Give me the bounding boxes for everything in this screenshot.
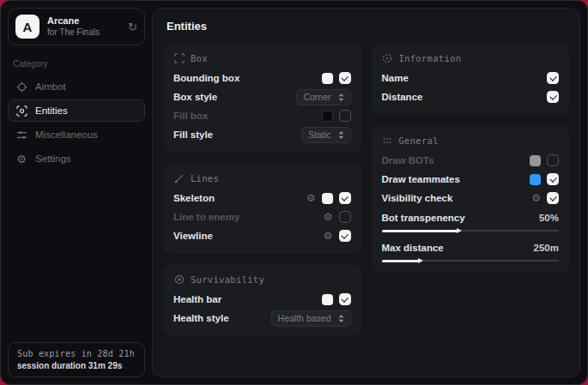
box-style-dropdown[interactable]: Corner bbox=[296, 89, 350, 105]
setting-row-bounding-box: Bounding box bbox=[173, 69, 351, 87]
setting-label: Visibility check bbox=[382, 193, 453, 203]
slider-handle[interactable] bbox=[457, 228, 462, 233]
sidebar-item-settings[interactable]: ⚙ Settings bbox=[8, 147, 145, 170]
checkbox-checked[interactable] bbox=[547, 72, 559, 84]
checkbox-checked[interactable] bbox=[339, 293, 351, 305]
color-swatch[interactable] bbox=[322, 294, 333, 305]
gear-icon[interactable]: ⚙ bbox=[324, 212, 333, 222]
gear-icon[interactable]: ⚙ bbox=[324, 231, 333, 241]
app-name: Arcane bbox=[47, 15, 100, 27]
sub-expiry-text: Sub expires in 28d 21h bbox=[17, 349, 136, 358]
fill-style-dropdown[interactable]: Static bbox=[301, 127, 350, 143]
setting-row-skeleton: Skeleton ⚙ bbox=[173, 189, 351, 208]
gear-icon[interactable]: ⚙ bbox=[306, 193, 316, 203]
setting-label: Bounding box bbox=[173, 73, 239, 83]
app-subtitle: for The Finals bbox=[47, 27, 100, 38]
app-window: A Arcane for The Finals ↻ Category Aimbo… bbox=[0, 0, 588, 385]
session-duration-text: session duration 31m 29s bbox=[17, 361, 136, 370]
setting-row-viewline: Viewline ⚙ bbox=[173, 226, 351, 245]
color-swatch[interactable] bbox=[530, 155, 541, 166]
sidebar: A Arcane for The Finals ↻ Category Aimbo… bbox=[1, 1, 152, 384]
setting-label: Name bbox=[382, 73, 409, 83]
color-swatch[interactable] bbox=[322, 193, 333, 204]
card-title: Information bbox=[399, 53, 462, 63]
slider-value: 50% bbox=[539, 213, 559, 223]
setting-label: Bot transpenency bbox=[382, 213, 465, 223]
page-title: Entities bbox=[153, 9, 579, 41]
chevron-updown-icon bbox=[338, 131, 344, 139]
information-card: Information Name Distance bbox=[372, 43, 570, 115]
card-title: Box bbox=[191, 53, 208, 63]
max-distance-slider[interactable] bbox=[382, 257, 560, 264]
color-swatch[interactable] bbox=[530, 174, 541, 185]
setting-row-line-to-enemy: Line to enemy ⚙ bbox=[173, 208, 351, 226]
setting-label: Fill style bbox=[173, 129, 213, 140]
card-title: Lines bbox=[191, 173, 219, 183]
checkbox-checked[interactable] bbox=[547, 192, 559, 204]
setting-row-name: Name bbox=[382, 69, 560, 87]
survivability-card: Survivability Health bar Health style bbox=[163, 264, 361, 336]
grid-icon bbox=[382, 135, 393, 146]
setting-label: Max distance bbox=[382, 243, 444, 253]
checkbox-checked[interactable] bbox=[547, 91, 559, 103]
gear-icon[interactable]: ⚙ bbox=[531, 193, 541, 203]
checkbox-checked[interactable] bbox=[339, 192, 351, 204]
refresh-icon[interactable]: ↻ bbox=[128, 21, 137, 33]
info-icon bbox=[382, 52, 393, 63]
bot-transparency-slider[interactable] bbox=[382, 227, 560, 234]
setting-label: Draw teammates bbox=[382, 174, 460, 184]
main-panel: Entities Box Bounding box bbox=[152, 8, 580, 377]
card-title: General bbox=[399, 135, 439, 146]
left-column: Box Bounding box Box style bbox=[163, 43, 361, 336]
checkbox-checked[interactable] bbox=[339, 72, 351, 84]
setting-label: Health style bbox=[173, 313, 229, 323]
sidebar-item-entities[interactable]: Entities bbox=[8, 99, 145, 122]
setting-row-visibility-check: Visibility check ⚙ bbox=[382, 189, 560, 208]
sidebar-item-label: Entities bbox=[35, 105, 68, 116]
crosshair-icon bbox=[15, 81, 27, 93]
dropdown-value: Static bbox=[308, 129, 330, 140]
health-icon bbox=[173, 274, 185, 285]
entities-icon bbox=[15, 105, 27, 117]
setting-row-fill-box: Fill box bbox=[173, 106, 351, 125]
setting-row-draw-teammates: Draw teammates bbox=[382, 170, 560, 189]
color-swatch[interactable] bbox=[322, 111, 333, 122]
lines-card: Lines Skeleton ⚙ Line to enemy bbox=[163, 163, 361, 254]
setting-label: Skeleton bbox=[173, 193, 215, 203]
gear-icon: ⚙ bbox=[15, 153, 27, 165]
sidebar-item-label: Aimbot bbox=[35, 81, 66, 92]
setting-row-health-bar: Health bar bbox=[173, 290, 351, 309]
bot-transparency-setting: Bot transpenency 50% bbox=[382, 209, 560, 234]
slider-handle[interactable] bbox=[418, 258, 423, 263]
slider-value: 250m bbox=[534, 243, 559, 253]
dropdown-value: Corner bbox=[303, 92, 330, 102]
setting-label: Line to enemy bbox=[173, 212, 239, 222]
box-icon bbox=[173, 52, 185, 63]
chevron-updown-icon bbox=[338, 315, 344, 322]
setting-row-fill-style: Fill style Static bbox=[173, 125, 351, 144]
app-header-card: A Arcane for The Finals ↻ bbox=[8, 8, 145, 45]
color-swatch[interactable] bbox=[322, 73, 333, 84]
setting-label: Box style bbox=[173, 92, 217, 102]
checkbox-checked[interactable] bbox=[547, 173, 559, 185]
setting-row-draw-bots: Draw BOTs bbox=[382, 151, 560, 170]
sidebar-item-aimbot[interactable]: Aimbot bbox=[8, 75, 145, 98]
chevron-updown-icon bbox=[338, 93, 344, 101]
line-icon bbox=[173, 172, 185, 183]
checkbox-unchecked[interactable] bbox=[339, 110, 351, 122]
general-card: General Draw BOTs Draw teammates bbox=[372, 125, 570, 273]
checkbox-unchecked[interactable] bbox=[339, 211, 351, 223]
sidebar-nav: Aimbot Entities bbox=[1, 75, 152, 170]
setting-row-health-style: Health style Health based bbox=[173, 309, 351, 328]
checkbox-checked[interactable] bbox=[339, 230, 351, 242]
health-style-dropdown[interactable]: Health based bbox=[271, 310, 351, 327]
sliders-icon bbox=[15, 129, 27, 141]
setting-label: Draw BOTs bbox=[382, 155, 434, 165]
setting-row-box-style: Box style Corner bbox=[173, 87, 351, 106]
setting-label: Health bar bbox=[173, 294, 221, 304]
sidebar-item-label: Settings bbox=[35, 153, 71, 164]
setting-label: Fill box bbox=[173, 111, 208, 121]
checkbox-unchecked[interactable] bbox=[547, 154, 559, 166]
sidebar-item-miscellaneous[interactable]: Miscellaneous bbox=[8, 123, 145, 146]
right-column: Information Name Distance bbox=[372, 43, 570, 273]
